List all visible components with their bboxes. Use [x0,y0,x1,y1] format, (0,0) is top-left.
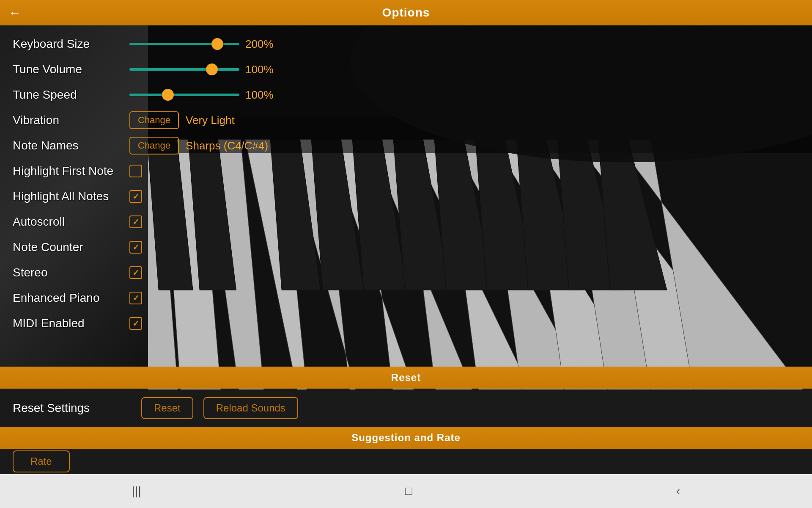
highlight-all-notes-checkbox[interactable] [129,190,142,203]
tune-speed-track[interactable] [129,94,239,96]
rate-button[interactable]: Rate [13,450,70,472]
tune-volume-slider-container: 100% [129,63,283,76]
vibration-row: Vibration Change Very Light [13,110,283,130]
enhanced-piano-checkbox[interactable] [129,292,142,304]
highlight-all-notes-label: Highlight All Notes [13,190,123,203]
tune-volume-row: Tune Volume 100% [13,59,283,80]
autoscroll-checkbox[interactable] [129,215,142,228]
keyboard-size-slider-container: 200% [129,38,283,51]
tune-speed-thumb[interactable] [162,89,174,101]
nav-menu-icon[interactable]: ||| [115,480,158,502]
keyboard-size-value: 200% [245,38,279,51]
nav-bar: ||| □ ‹ [0,474,812,508]
tune-speed-slider-container: 100% [129,88,283,102]
reset-settings-row: Reset Settings Reset Reload Sounds [0,389,812,427]
stereo-label: Stereo [13,266,123,279]
tune-speed-row: Tune Speed 100% [13,85,283,105]
keyboard-size-label: Keyboard Size [13,37,123,51]
keyboard-size-thumb[interactable] [211,38,223,50]
midi-enabled-label: MIDI Enabled [13,317,123,330]
suggestion-area: Rate [0,449,812,474]
note-counter-label: Note Counter [13,240,123,254]
reset-section-bar: Reset [0,367,812,389]
reset-settings-label: Reset Settings [13,401,131,415]
nav-back-icon[interactable]: ‹ [659,480,697,502]
note-counter-row: Note Counter [13,237,283,257]
suggestion-bar-title: Suggestion and Rate [351,432,461,444]
tune-volume-label: Tune Volume [13,63,123,76]
vibration-value: Very Light [186,114,235,127]
suggestion-section-bar: Suggestion and Rate [0,427,812,449]
keyboard-size-track[interactable] [129,43,239,45]
autoscroll-label: Autoscroll [13,215,123,229]
keyboard-size-row: Keyboard Size 200% [13,34,283,54]
reset-button[interactable]: Reset [141,397,193,419]
stereo-row: Stereo [13,262,283,283]
highlight-all-notes-row: Highlight All Notes [13,186,283,207]
note-counter-checkbox[interactable] [129,241,142,254]
reload-sounds-button[interactable]: Reload Sounds [203,397,298,419]
back-button[interactable]: ← [8,6,21,20]
highlight-first-note-checkbox[interactable] [129,165,142,177]
tune-volume-value: 100% [245,63,279,76]
enhanced-piano-row: Enhanced Piano [13,288,283,308]
stereo-checkbox[interactable] [129,266,142,279]
tune-volume-thumb[interactable] [206,64,218,75]
vibration-label: Vibration [13,113,123,127]
autoscroll-row: Autoscroll [13,212,283,232]
tune-volume-track[interactable] [129,68,239,71]
header-bar: ← Options [0,0,812,25]
note-names-label: Note Names [13,139,123,152]
midi-enabled-checkbox[interactable] [129,317,142,330]
note-names-value: Sharps (C4/C#4) [186,139,268,152]
highlight-first-note-label: Highlight First Note [13,164,123,178]
enhanced-piano-label: Enhanced Piano [13,291,123,305]
reset-bar-title: Reset [391,372,421,384]
midi-enabled-row: MIDI Enabled [13,313,283,334]
tune-speed-label: Tune Speed [13,88,123,102]
note-names-change-button[interactable]: Change [129,137,179,155]
note-names-row: Note Names Change Sharps (C4/C#4) [13,135,283,156]
page-title: Options [382,6,430,19]
nav-home-icon[interactable]: □ [388,480,429,502]
tune-speed-value: 100% [245,88,279,102]
highlight-first-note-row: Highlight First Note [13,161,283,181]
vibration-change-button[interactable]: Change [129,111,179,129]
